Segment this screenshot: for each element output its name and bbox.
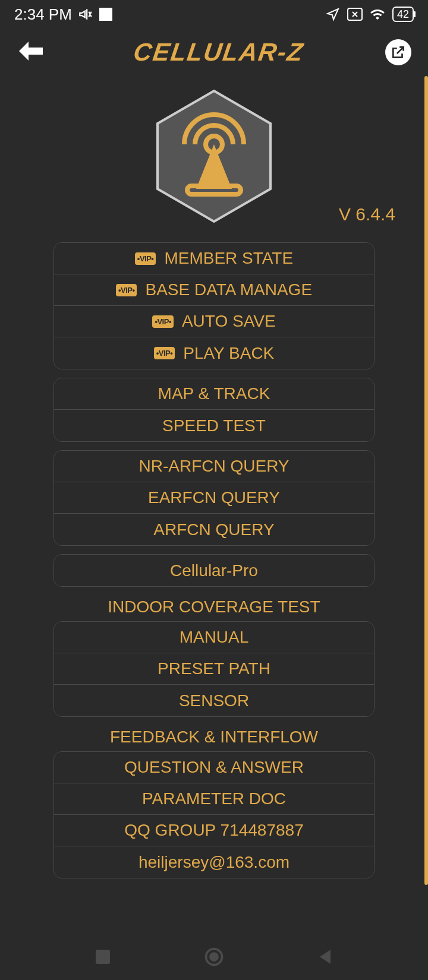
svg-point-6 xyxy=(210,953,218,960)
parameter-doc-item[interactable]: PARAMETER DOC xyxy=(54,783,374,815)
nav-home-button[interactable] xyxy=(203,946,225,968)
item-label: MAP & TRACK xyxy=(158,384,270,403)
version-label: V 6.4.4 xyxy=(339,204,395,225)
item-label: ARFCN QUERY xyxy=(153,520,274,539)
item-label: PLAY BACK xyxy=(183,344,274,363)
status-bar: 2:34 PM 42 xyxy=(0,0,428,29)
earfcn-query-item[interactable]: EARFCN QUERY xyxy=(54,482,374,514)
item-label: QQ GROUP 714487887 xyxy=(124,821,303,840)
vip-badge: •VIP• xyxy=(154,347,175,359)
no-sim-icon xyxy=(347,8,363,21)
mute-icon xyxy=(78,7,93,22)
vip-badge: •VIP• xyxy=(135,252,156,265)
hero-section: V 6.4.4 xyxy=(54,76,374,236)
feedback-section-title: FEEDBACK & INTERFLOW xyxy=(54,728,374,747)
item-label: MEMBER STATE xyxy=(164,249,293,268)
email-item[interactable]: heiljersey@163.com xyxy=(54,846,374,878)
app-logo-icon xyxy=(155,88,273,225)
item-label: heiljersey@163.com xyxy=(139,853,289,872)
indoor-group: MANUAL PRESET PATH SENSOR xyxy=(54,621,374,717)
pro-group: Cellular-Pro xyxy=(54,554,374,587)
battery-level: 42 xyxy=(397,8,409,20)
location-icon xyxy=(326,7,340,21)
status-placeholder-icon xyxy=(99,8,112,21)
item-label: EARFCN QUERY xyxy=(148,488,280,507)
item-label: PRESET PATH xyxy=(158,659,270,678)
qq-group-item[interactable]: QQ GROUP 714487887 xyxy=(54,815,374,846)
wifi-icon xyxy=(370,8,385,21)
share-button[interactable] xyxy=(385,39,411,65)
arfcn-query-item[interactable]: ARFCN QUERY xyxy=(54,514,374,545)
app-header: Cellular-Z xyxy=(0,29,428,76)
speed-test-item[interactable]: SPEED TEST xyxy=(54,410,374,441)
content-area: V 6.4.4 •VIP• MEMBER STATE •VIP• BASE DA… xyxy=(0,76,428,878)
item-label: QUESTION & ANSWER xyxy=(124,758,304,777)
item-label: SENSOR xyxy=(179,691,249,710)
svg-rect-4 xyxy=(96,950,110,964)
base-data-manage-item[interactable]: •VIP• BASE DATA MANAGE xyxy=(54,274,374,306)
manual-item[interactable]: MANUAL xyxy=(54,622,374,653)
battery-icon: 42 xyxy=(392,7,414,22)
qa-item[interactable]: QUESTION & ANSWER xyxy=(54,752,374,783)
tools-group: MAP & TRACK SPEED TEST xyxy=(54,378,374,442)
navigation-bar xyxy=(0,934,428,980)
item-label: MANUAL xyxy=(180,628,249,647)
item-label: PARAMETER DOC xyxy=(142,789,286,808)
cellular-pro-item[interactable]: Cellular-Pro xyxy=(54,555,374,586)
vip-badge: •VIP• xyxy=(152,315,174,328)
auto-save-item[interactable]: •VIP• AUTO SAVE xyxy=(54,306,374,337)
item-label: AUTO SAVE xyxy=(182,312,276,331)
nr-arfcn-query-item[interactable]: NR-ARFCN QUERY xyxy=(54,451,374,482)
member-state-item[interactable]: •VIP• MEMBER STATE xyxy=(54,243,374,274)
member-group: •VIP• MEMBER STATE •VIP• BASE DATA MANAG… xyxy=(54,242,374,369)
play-back-item[interactable]: •VIP• PLAY BACK xyxy=(54,337,374,369)
back-button[interactable] xyxy=(17,39,52,65)
map-track-item[interactable]: MAP & TRACK xyxy=(54,378,374,410)
nav-recent-button[interactable] xyxy=(92,946,114,968)
query-group: NR-ARFCN QUERY EARFCN QUERY ARFCN QUERY xyxy=(54,450,374,546)
status-time: 2:34 PM xyxy=(14,5,72,24)
item-label: Cellular-Pro xyxy=(170,561,258,580)
item-label: NR-ARFCN QUERY xyxy=(139,457,289,476)
preset-path-item[interactable]: PRESET PATH xyxy=(54,653,374,685)
sensor-item[interactable]: SENSOR xyxy=(54,685,374,716)
feedback-group: QUESTION & ANSWER PARAMETER DOC QQ GROUP… xyxy=(54,751,374,878)
item-label: BASE DATA MANAGE xyxy=(145,280,312,299)
item-label: SPEED TEST xyxy=(162,416,266,435)
vip-badge: •VIP• xyxy=(116,284,137,296)
app-title: Cellular-Z xyxy=(51,38,388,67)
nav-back-button[interactable] xyxy=(314,946,336,968)
scroll-indicator xyxy=(424,76,428,885)
indoor-section-title: INDOOR COVERAGE TEST xyxy=(54,598,374,617)
